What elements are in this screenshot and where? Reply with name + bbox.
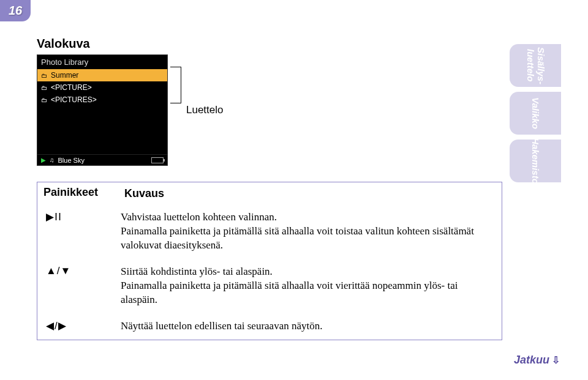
arrow-down-icon: ⇩: [552, 354, 560, 366]
list-item-label: Summer: [51, 71, 78, 80]
folder-icon: 🗀: [41, 97, 48, 103]
bracket: [170, 67, 181, 103]
side-tab-label: Sisällys-luettelo: [526, 47, 546, 84]
continue-label: Jatkuu: [514, 354, 549, 367]
side-tab-contents[interactable]: Sisällys-luettelo: [510, 44, 561, 87]
section-title: Valokuva: [37, 37, 502, 51]
play-icon: ▶: [41, 157, 46, 163]
table-header-row: Painikkeet Kuvaus: [37, 182, 502, 204]
list-item-label: <PICTURE>: [51, 83, 92, 92]
table-row: ▶ⅠⅠ Vahvistaa luettelon kohteen valinnan…: [37, 204, 502, 259]
side-tab-label: Valikko: [530, 97, 541, 129]
table-header-buttons: Painikkeet: [37, 182, 118, 204]
status-track: Blue Sky: [58, 157, 85, 164]
up-down-icon: ▲/▼: [46, 265, 71, 277]
list-item-label: <PICTURES>: [51, 95, 97, 104]
table-header-description: Kuvaus: [118, 182, 502, 204]
buttons-table: Painikkeet Kuvaus ▶ⅠⅠ Vahvistaa luettelo…: [37, 182, 502, 340]
screenshot-list: 🗀 Summer 🗀 <PICTURE> 🗀 <PICTURES>: [37, 69, 167, 154]
side-tab-label: Hakemisto: [530, 138, 541, 184]
bracket-label: Luettelo: [186, 104, 224, 116]
table-row: ◀/▶ Näyttää luettelon edellisen tai seur…: [37, 313, 502, 340]
table-row: ▲/▼ Siirtää kohdistinta ylös- tai alaspä…: [37, 259, 502, 313]
table-cell-text: Siirtää kohdistinta ylös- tai alaspäin.P…: [118, 259, 502, 313]
table-cell-text: Näyttää luettelon edellisen tai seuraava…: [118, 313, 502, 340]
list-item: 🗀 <PICTURE>: [37, 81, 167, 94]
screenshot-title: Photo Library: [37, 55, 167, 69]
device-screenshot: Photo Library 🗀 Summer 🗀 <PICTURE> 🗀: [37, 54, 168, 166]
continue-indicator: Jatkuu ⇩: [514, 354, 560, 367]
list-item: 🗀 Summer: [37, 69, 167, 81]
battery-icon: [151, 157, 164, 163]
screenshot-statusbar: ▶ ♫ Blue Sky: [37, 154, 167, 165]
left-right-icon: ◀/▶: [46, 319, 67, 332]
page-number: 16: [0, 0, 31, 21]
side-tab-index[interactable]: Hakemisto: [510, 140, 561, 182]
side-tab-menu[interactable]: Valikko: [510, 92, 561, 135]
folder-icon: 🗀: [41, 72, 48, 79]
note-icon: ♫: [50, 157, 55, 163]
play-pause-icon: ▶ⅠⅠ: [46, 210, 62, 223]
table-cell-text: Vahvistaa luettelon kohteen valinnan.Pai…: [118, 204, 502, 259]
folder-icon: 🗀: [41, 84, 48, 91]
list-item: 🗀 <PICTURES>: [37, 94, 167, 106]
